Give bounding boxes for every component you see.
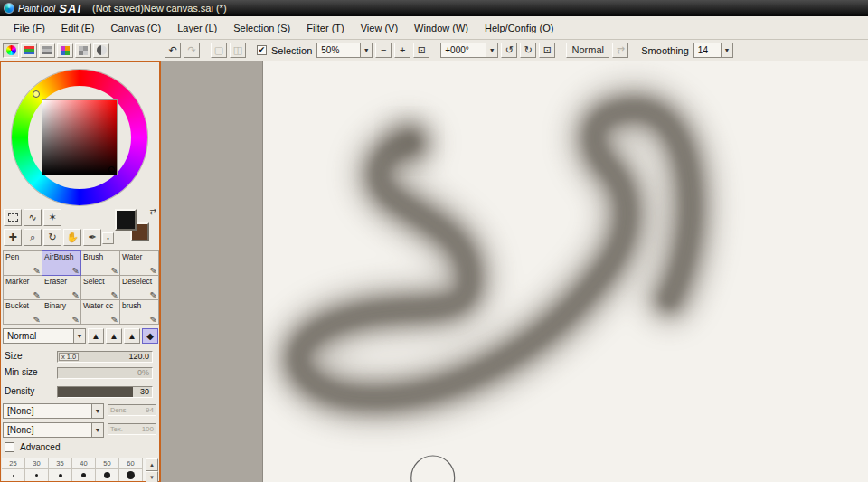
- size-slider[interactable]: x 1.0 120.0: [57, 351, 153, 363]
- size-preset[interactable]: 25: [2, 458, 25, 481]
- zoom-reset-button[interactable]: ⊡: [413, 43, 429, 58]
- size-row: Size x 1.0 120.0: [1, 350, 161, 364]
- rotation-combo[interactable]: +000° ▼: [440, 43, 498, 58]
- brush-tip-2[interactable]: ▲: [106, 328, 122, 344]
- menu-canvas[interactable]: Canvas (C): [103, 19, 170, 37]
- brush-bucket[interactable]: Bucket✎: [3, 299, 42, 325]
- rotate-view-tool[interactable]: ↻: [43, 229, 61, 246]
- hsv-slider-toggle[interactable]: [39, 43, 55, 58]
- brush-marker[interactable]: Marker✎: [3, 275, 42, 300]
- rotate-ccw-button[interactable]: ↺: [501, 43, 517, 58]
- texture1-dropdown-icon[interactable]: ▼: [91, 404, 103, 418]
- size-preset[interactable]: 60: [119, 458, 143, 481]
- size-multiplier-button[interactable]: x 1.0: [59, 353, 79, 361]
- color-panel-toggles: [0, 43, 160, 58]
- min-size-slider[interactable]: 0%: [57, 367, 153, 379]
- texture2-dropdown-icon[interactable]: ▼: [91, 423, 103, 437]
- brush-water-cc[interactable]: Water cc✎: [80, 299, 120, 325]
- size-preset[interactable]: 35: [49, 458, 72, 481]
- selection-clear-button[interactable]: ▢: [211, 43, 227, 58]
- menu-filter[interactable]: Filter (T): [298, 19, 353, 37]
- preset-size-value: 25: [2, 458, 24, 469]
- menu-help-config[interactable]: Help/Config (O): [476, 19, 561, 37]
- brush-tip-4[interactable]: ◆: [142, 328, 158, 344]
- brush-select[interactable]: Select✎: [80, 275, 120, 300]
- swap-colors-icon[interactable]: ⇄: [149, 207, 156, 216]
- size-preset[interactable]: 50: [96, 458, 119, 481]
- brush-airbrush[interactable]: AirBrush✎: [42, 250, 81, 276]
- foreground-color-swatch[interactable]: [115, 209, 137, 231]
- texture2-param-value: 100: [142, 425, 154, 433]
- brush-tip-3[interactable]: ▲: [124, 328, 140, 344]
- selection-checkbox[interactable]: ✔: [257, 45, 267, 55]
- color-wheel[interactable]: [12, 70, 147, 205]
- texture2-dropdown[interactable]: [None] ▼: [3, 422, 104, 438]
- pen-icon: ✎: [150, 315, 157, 325]
- preset-dot-area: [72, 469, 95, 481]
- blend-dropdown-icon[interactable]: ▼: [73, 329, 85, 343]
- texture1-dropdown[interactable]: [None] ▼: [3, 403, 104, 419]
- brush-binary[interactable]: Binary✎: [42, 299, 81, 325]
- smoothing-dropdown-icon[interactable]: ▼: [721, 43, 732, 57]
- swatches-toggle[interactable]: [75, 43, 91, 58]
- menu-file[interactable]: File (F): [5, 19, 53, 37]
- brush-deselect[interactable]: Deselect✎: [119, 275, 159, 300]
- rotate-cw-button[interactable]: ↻: [520, 43, 536, 58]
- brush-label: Deselect: [122, 277, 152, 286]
- rgb-slider-toggle[interactable]: [21, 43, 37, 58]
- brush-water[interactable]: Water✎: [119, 250, 159, 276]
- flip-view-button[interactable]: ⇄: [612, 43, 628, 58]
- menu-window[interactable]: Window (W): [406, 19, 476, 37]
- menu-view[interactable]: View (V): [353, 19, 406, 37]
- hand-tool[interactable]: ✋: [63, 229, 81, 246]
- texture1-strength-slider[interactable]: Dens 94: [108, 404, 156, 416]
- texture2-strength-slider[interactable]: Tex. 100: [108, 423, 156, 435]
- zoom-in-button[interactable]: +: [394, 43, 410, 58]
- rotation-dropdown-icon[interactable]: ▼: [486, 43, 497, 57]
- menu-selection[interactable]: Selection (S): [225, 19, 298, 37]
- menu-edit[interactable]: Edit (E): [53, 19, 103, 37]
- drawing-canvas[interactable]: [262, 61, 868, 482]
- normal-view-button[interactable]: Normal: [566, 43, 609, 58]
- redo-button[interactable]: ↷: [184, 43, 200, 58]
- color-wheel-toggle[interactable]: [3, 43, 19, 58]
- lasso-tool[interactable]: ∿: [24, 209, 42, 226]
- size-preset[interactable]: 40: [72, 458, 96, 481]
- zoom-out-button[interactable]: −: [375, 43, 392, 58]
- preset-dot: [13, 475, 14, 477]
- rect-select-tool[interactable]: [4, 209, 22, 226]
- tool-panel: ∿ ✶ ✚ ⌕ ↻ ✋ ✒ ⇄ ▪ Pen✎ AirBrush✎ Brush✎ …: [0, 61, 160, 482]
- menu-layer[interactable]: Layer (L): [169, 19, 225, 37]
- zoom-dropdown-icon[interactable]: ▼: [360, 43, 372, 57]
- brush-custom[interactable]: brush✎: [119, 299, 159, 325]
- density-slider[interactable]: 30: [57, 386, 153, 398]
- zoom-tool[interactable]: ⌕: [24, 229, 42, 246]
- brush-label: Binary: [44, 301, 66, 310]
- scratchpad-toggle[interactable]: [93, 43, 109, 58]
- brush-brush[interactable]: Brush✎: [80, 250, 120, 276]
- saturation-value-square[interactable]: [42, 99, 118, 175]
- advanced-checkbox[interactable]: [5, 442, 14, 452]
- rotate-reset-button[interactable]: ⊡: [539, 43, 555, 58]
- preset-scroll-up[interactable]: ▲: [146, 458, 158, 471]
- color-mixer-toggle[interactable]: [57, 43, 73, 58]
- blend-mode-dropdown[interactable]: Normal ▼: [3, 328, 86, 344]
- smoothing-combo[interactable]: 14 ▼: [693, 43, 733, 58]
- undo-button[interactable]: ↶: [165, 43, 181, 58]
- preset-dot-area: [96, 469, 118, 481]
- hue-marker[interactable]: [33, 90, 40, 98]
- hsv-bars-icon: [42, 46, 52, 54]
- brush-eraser[interactable]: Eraser✎: [42, 275, 81, 300]
- sv-marker[interactable]: [108, 166, 115, 173]
- zoom-combo[interactable]: 50% ▼: [316, 43, 373, 58]
- size-preset[interactable]: 30: [25, 458, 49, 481]
- brush-pen[interactable]: Pen✎: [3, 250, 42, 276]
- blend-mode-value: Normal: [4, 329, 73, 343]
- preset-scroll-down[interactable]: ▼: [146, 471, 158, 482]
- brush-tip-1[interactable]: ▲: [88, 328, 104, 344]
- eyedropper-tool[interactable]: ✒: [83, 229, 101, 246]
- mini-color-button[interactable]: ▪: [102, 232, 114, 244]
- selection-invert-button[interactable]: ◫: [230, 43, 246, 58]
- move-tool[interactable]: ✚: [4, 229, 22, 246]
- magic-wand-tool[interactable]: ✶: [43, 209, 61, 226]
